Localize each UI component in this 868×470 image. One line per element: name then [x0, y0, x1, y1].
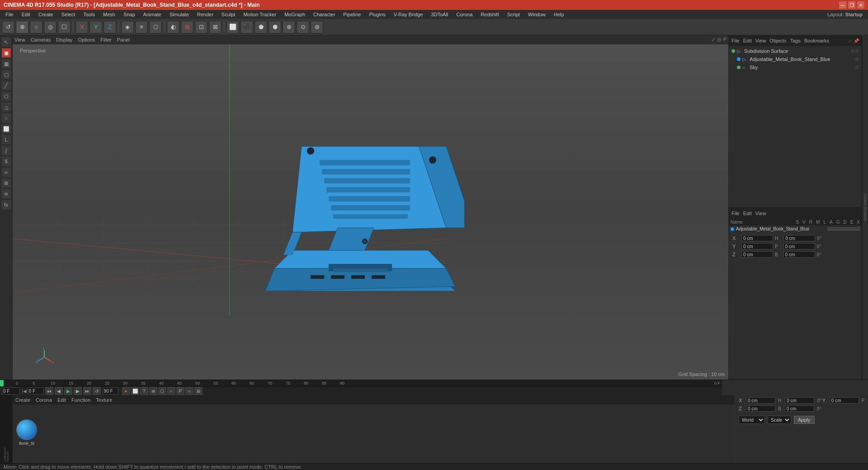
apply-button[interactable]: Apply [794, 416, 815, 424]
sidebar-deform[interactable]: ≋ [1, 189, 11, 199]
obj-panel-pin[interactable]: 📌 [854, 38, 859, 43]
menu-vray[interactable]: V-Ray Bridge [390, 11, 427, 18]
display-mode-3[interactable]: ⬟ [255, 21, 267, 33]
start-frame-input[interactable] [28, 387, 43, 395]
mat-menu-corona[interactable]: Corona [36, 397, 52, 403]
sidebar-navigate[interactable]: ↖ [1, 37, 11, 47]
obj-metal-vis[interactable]: ☑ [855, 57, 859, 61]
display-mode-5[interactable]: ⊗ [283, 21, 295, 33]
render-view-button[interactable]: ◐ [167, 21, 179, 33]
vp-menu-panel[interactable]: Panel [117, 37, 130, 42]
undo-button[interactable]: ↺ [2, 21, 14, 33]
attr-z-pos-input[interactable] [741, 251, 773, 258]
obj-item-sky[interactable]: ○ Sky ☑ [730, 63, 861, 71]
mat-menu-texture[interactable]: Texture [96, 397, 112, 403]
menu-simulate[interactable]: Simulate [166, 11, 193, 18]
loop-button[interactable]: ↺ [93, 387, 101, 395]
obj-menu-view[interactable]: View [755, 38, 766, 43]
menu-corona[interactable]: Corona [453, 11, 476, 18]
world-select[interactable]: World Object Screen [739, 416, 765, 424]
move-button[interactable]: ⊕ [16, 21, 28, 33]
display-mode-6[interactable]: ⊙ [297, 21, 309, 33]
menu-animate[interactable]: Animate [140, 11, 165, 18]
sidebar-twist[interactable]: ∞ [1, 167, 11, 177]
menu-plugins[interactable]: Plugins [365, 11, 389, 18]
menu-select[interactable]: Select [58, 11, 79, 18]
jump-start-button[interactable]: ⏮ [45, 387, 53, 395]
record-button[interactable]: ● [122, 387, 130, 395]
attr-x-rot-input[interactable] [783, 235, 815, 241]
menu-sculpt[interactable]: Sculpt [218, 11, 239, 18]
obj-menu-objects[interactable]: Objects [769, 38, 786, 43]
display-mode-2[interactable]: ⬛ [241, 21, 253, 33]
menu-tools[interactable]: Tools [80, 11, 99, 18]
key-mode[interactable]: ⬡ [158, 387, 166, 395]
obj-menu-bookmarks[interactable]: Bookmarks [804, 38, 829, 43]
restore-button[interactable]: ❐ [848, 1, 855, 9]
vp-menu-filter[interactable]: Filter [100, 37, 111, 42]
menu-snap[interactable]: Snap [120, 11, 139, 18]
render-settings-button[interactable]: ⊡ [195, 21, 208, 33]
obj-menu-tags[interactable]: Tags [790, 38, 801, 43]
play-button[interactable]: ▶ [64, 387, 72, 395]
obj-panel-expand[interactable]: ⤢ [848, 38, 852, 43]
display-mode-4[interactable]: ⬢ [269, 21, 281, 33]
mat-item-bookstand[interactable]: Book_St [15, 419, 38, 448]
close-button[interactable]: ✕ [857, 1, 864, 9]
menu-file[interactable]: File [2, 11, 17, 18]
vp-menu-view[interactable]: View [14, 37, 25, 42]
coord-y-pos-input[interactable] [830, 397, 859, 404]
auto-key[interactable]: ⬜ [131, 387, 139, 395]
fcurve[interactable]: ≈ [185, 387, 193, 395]
sidebar-pyramid[interactable]: △ [1, 102, 11, 112]
mat-menu-function[interactable]: Function [71, 397, 90, 403]
mat-menu-create[interactable]: Create [15, 397, 30, 403]
sidebar-poly[interactable]: ▣ [1, 48, 11, 58]
poly-button[interactable]: ◈ [121, 21, 134, 33]
timeline-expand[interactable]: ⊞ [194, 387, 203, 395]
menu-mesh[interactable]: Mesh [99, 11, 119, 18]
vp-nav-focus[interactable]: ◎ [717, 37, 722, 42]
vp-menu-options[interactable]: Options [78, 37, 95, 42]
sidebar-fx[interactable]: fx [1, 200, 11, 210]
viewport[interactable]: View Cameras Display Options Filter Pane… [13, 35, 728, 380]
end-frame-input[interactable] [103, 387, 118, 395]
coord-x-rot-input[interactable] [785, 397, 814, 404]
minimize-button[interactable]: — [839, 1, 846, 9]
menu-pipeline[interactable]: Pipeline [340, 11, 364, 18]
key-all[interactable]: ? [140, 387, 148, 395]
obj-item-metal-stand[interactable]: ▷ Adjustable_Metal_Book_Stand_Blue ☑ [730, 55, 861, 63]
step-back-button[interactable]: ◀ [55, 387, 63, 395]
vp-nav-expand[interactable]: ⤢ [711, 37, 715, 42]
menu-help[interactable]: Help [550, 11, 568, 18]
menu-character[interactable]: Character [310, 11, 339, 18]
sidebar-flat[interactable]: ▢ [1, 70, 11, 80]
attr-y-pos-input[interactable] [741, 243, 773, 249]
step-forward-button[interactable]: ▶ [74, 387, 82, 395]
sidebar-checkered[interactable]: ▦ [1, 59, 11, 69]
rotate-button[interactable]: ○ [30, 21, 42, 33]
attr-x-pos-input[interactable] [741, 235, 773, 241]
menu-edit[interactable]: Edit [18, 11, 34, 18]
attr-z-rot-input[interactable] [783, 251, 815, 258]
vp-menu-display[interactable]: Display [56, 37, 72, 42]
mat-menu-edit[interactable]: Edit [57, 397, 66, 403]
dopesheets[interactable]: P [176, 387, 184, 395]
playback-button[interactable]: ⊠ [209, 21, 222, 33]
sidebar-curve[interactable]: ∫ [1, 146, 11, 155]
obj-menu-file[interactable]: File [731, 38, 740, 43]
menu-motion-tracker[interactable]: Motion Tracker [240, 11, 280, 18]
obj-render[interactable]: ☑ [855, 49, 859, 53]
sidebar-l-tool[interactable]: L [1, 135, 11, 145]
menu-script[interactable]: Script [504, 11, 524, 18]
transform-button[interactable]: ☐ [58, 21, 71, 33]
scale-select[interactable]: Scale [768, 416, 791, 424]
menu-redshift[interactable]: Redshift [477, 11, 502, 18]
obj-menu-edit[interactable]: Edit [743, 38, 752, 43]
sidebar-dollar[interactable]: $ [1, 156, 11, 166]
jump-end-button[interactable]: ⏭ [83, 387, 91, 395]
menu-mograph[interactable]: MoGraph [281, 11, 309, 18]
sidebar-sphere[interactable]: ○ [1, 113, 11, 123]
attr-menu-file[interactable]: File [731, 211, 740, 216]
sidebar-cylinder[interactable]: ⬜ [1, 124, 11, 134]
